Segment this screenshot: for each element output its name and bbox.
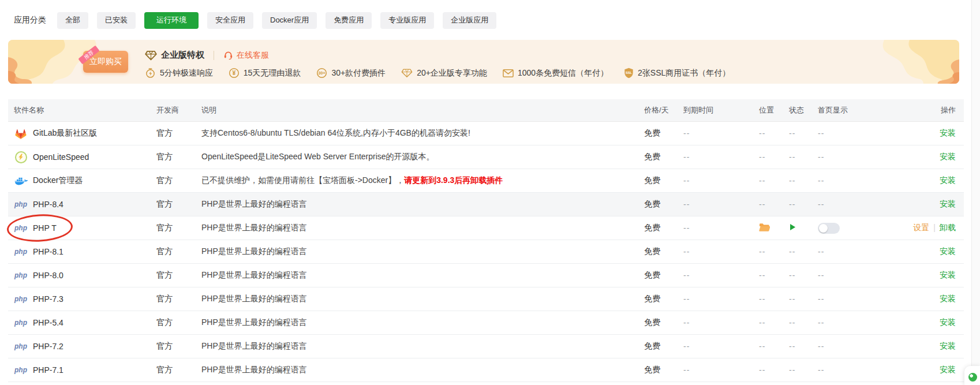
settings-link[interactable]: 设置 xyxy=(913,223,929,232)
column-header: 到期时间 xyxy=(683,105,759,115)
software-name-cell: php PHP-7.3 xyxy=(8,294,156,304)
uninstall-link[interactable]: 卸载 xyxy=(940,223,956,232)
svg-text:¥: ¥ xyxy=(232,70,235,76)
description-cell: PHP是世界上最好的编程语言 xyxy=(201,341,644,352)
docker-icon xyxy=(14,176,28,186)
table-row: Docker管理器 官方 已不提供维护，如需使用请前往【宝塔面板->Docker… xyxy=(8,169,964,193)
actions-cell: 安装 xyxy=(892,128,964,139)
software-name: PHP-8.1 xyxy=(33,247,63,256)
software-name: PHP-5.4 xyxy=(33,318,63,327)
price-cell: 免费 xyxy=(644,175,683,186)
expire-cell: -- xyxy=(683,176,759,185)
developer-cell: 官方 xyxy=(156,270,201,281)
software-name: PHP-8.4 xyxy=(33,200,63,209)
install-link[interactable]: 安装 xyxy=(940,246,956,256)
install-link[interactable]: 安装 xyxy=(940,199,956,208)
home-display-toggle[interactable] xyxy=(818,223,840,234)
install-link[interactable]: 安装 xyxy=(940,270,956,279)
home-display-cell: -- xyxy=(818,200,892,209)
table-row: php PHP-5.4 官方 PHP是世界上最好的编程语言 免费 -- -- -… xyxy=(8,311,964,335)
actions-cell: 安装 xyxy=(892,365,964,375)
location-cell: -- xyxy=(759,152,789,162)
enterprise-privilege-label: 企业版特权 xyxy=(161,50,204,61)
developer-cell: 官方 xyxy=(156,128,201,139)
gitlab-icon xyxy=(14,128,28,140)
expire-cell: -- xyxy=(683,223,759,233)
filter-chip-enterprise[interactable]: 企业版应用 xyxy=(443,12,496,29)
banner-features: 5分钟极速响应¥15天无理由退款30+30+款付费插件20+企业版专享功能100… xyxy=(145,68,730,79)
price-cell: 免费 xyxy=(644,317,683,328)
software-name-cell: php PHP-7.1 xyxy=(8,365,156,375)
install-link[interactable]: 安装 xyxy=(940,175,956,185)
software-name: PHP T xyxy=(33,223,57,233)
description-cell: 支持Centos6-8/ubuntu TLS/debian 64位系统,内存小于… xyxy=(201,128,644,139)
banner-feature: 5分钟极速响应 xyxy=(145,68,213,79)
software-name-cell: OpenLiteSpeed xyxy=(8,151,156,163)
description-cell: PHP是世界上最好的编程语言 xyxy=(201,223,644,233)
price-cell: 免费 xyxy=(644,152,683,162)
status-cell: -- xyxy=(789,318,818,327)
filter-chip-security[interactable]: 安全应用 xyxy=(207,12,253,29)
actions-cell: 安装 xyxy=(892,270,964,281)
install-link[interactable]: 安装 xyxy=(940,152,956,161)
online-service-link[interactable]: 在线客服 xyxy=(223,50,269,61)
php-icon: php xyxy=(14,342,28,350)
openlitespeed-icon xyxy=(14,151,28,163)
install-link[interactable]: 安装 xyxy=(940,341,956,350)
status-cell: -- xyxy=(789,129,818,138)
headset-icon xyxy=(223,50,233,60)
price-cell: 免费 xyxy=(644,341,683,352)
php-icon: php xyxy=(14,200,28,208)
diamond-crown-icon xyxy=(145,50,157,61)
filter-chip-docker[interactable]: Docker应用 xyxy=(262,12,317,29)
table-row: OpenLiteSpeed 官方 OpenLiteSpeed是LiteSpeed… xyxy=(8,145,964,169)
filter-chip-all[interactable]: 全部 xyxy=(57,12,88,29)
home-display-cell: -- xyxy=(818,318,892,327)
banner-feature: 30+30+款付费插件 xyxy=(316,68,386,79)
expire-cell: -- xyxy=(683,152,759,162)
install-link[interactable]: 安装 xyxy=(940,128,956,137)
filter-chip-free[interactable]: 免费应用 xyxy=(326,12,372,29)
home-display-cell: -- xyxy=(818,176,892,185)
home-display-cell xyxy=(818,223,892,234)
column-header: 开发商 xyxy=(156,105,201,115)
page-scrollbar[interactable] xyxy=(971,0,980,385)
status-cell: -- xyxy=(789,294,818,304)
banner-feature: 1000条免费短信（年付） xyxy=(503,68,608,79)
buy-now-button[interactable]: 立即购买 推荐 xyxy=(83,51,128,73)
expire-cell: -- xyxy=(683,200,759,209)
home-display-cell: -- xyxy=(818,342,892,351)
php-icon: php xyxy=(14,366,28,374)
install-link[interactable]: 安装 xyxy=(940,294,956,303)
filter-chip-installed[interactable]: 已安装 xyxy=(97,12,136,29)
location-cell: -- xyxy=(759,200,789,209)
software-name: GitLab最新社区版 xyxy=(33,128,97,139)
status-cell: -- xyxy=(789,247,818,256)
description-cell: 已不提供维护，如需使用请前往【宝塔面板->Docker】，请更新到3.9.3后再… xyxy=(201,175,644,186)
table-row: php PHP T 官方 PHP是世界上最好的编程语言 免费 -- 设置|卸载 xyxy=(8,216,964,240)
table-row: php PHP-8.4 官方 PHP是世界上最好的编程语言 免费 -- -- -… xyxy=(8,193,964,216)
software-name-cell: php PHP T xyxy=(8,223,156,233)
filter-label: 应用分类 xyxy=(14,15,46,25)
software-name-cell: php PHP-5.4 xyxy=(8,318,156,327)
install-link[interactable]: 安装 xyxy=(940,365,956,374)
expire-cell: -- xyxy=(683,342,759,351)
main-content: 应用分类 全部已安装运行环境安全应用Docker应用免费应用专业版应用企业版应用… xyxy=(8,0,964,382)
expire-cell: -- xyxy=(683,247,759,256)
banner-wave-right-decoration xyxy=(815,40,959,84)
description-cell: PHP是世界上最好的编程语言 xyxy=(201,246,644,257)
filter-chip-pro[interactable]: 专业版应用 xyxy=(380,12,434,29)
install-link[interactable]: 安装 xyxy=(940,317,956,327)
status-cell: -- xyxy=(789,176,818,185)
developer-cell: 官方 xyxy=(156,365,201,375)
home-display-cell: -- xyxy=(818,271,892,280)
folder-icon[interactable] xyxy=(759,223,770,232)
software-name-cell: php PHP-8.0 xyxy=(8,271,156,280)
developer-cell: 官方 xyxy=(156,317,201,328)
software-name: PHP-7.3 xyxy=(33,294,63,304)
table-row: php PHP-7.2 官方 PHP是世界上最好的编程语言 免费 -- -- -… xyxy=(8,335,964,358)
play-icon[interactable] xyxy=(789,223,796,231)
enterprise-banner: 立即购买 推荐 企业版特权 在线客服 5分钟极速响应¥15天无理由退款30+30… xyxy=(8,40,959,84)
filter-chip-runtime[interactable]: 运行环境 xyxy=(144,12,199,29)
customer-service-float-widget[interactable] xyxy=(964,366,980,385)
